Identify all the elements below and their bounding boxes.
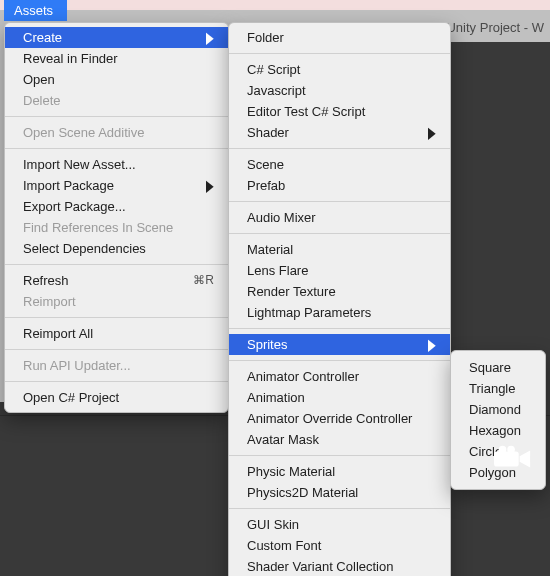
menu-separator	[5, 381, 228, 382]
create-menu-item[interactable]: Avatar Mask	[229, 429, 450, 450]
assets-menu-item: Delete	[5, 90, 228, 111]
menu-item-label: C# Script	[247, 61, 300, 78]
menu-separator	[5, 148, 228, 149]
assets-menu-item: Open Scene Additive	[5, 122, 228, 143]
menu-item-label: Reveal in Finder	[23, 50, 118, 67]
create-menu-item[interactable]: GUI Skin	[229, 514, 450, 535]
create-menu-item[interactable]: Scene	[229, 154, 450, 175]
create-menu-item[interactable]: Javascript	[229, 80, 450, 101]
sprites-menu-item[interactable]: Hexagon	[451, 420, 545, 441]
assets-menu-item[interactable]: Open	[5, 69, 228, 90]
menu-item-label: Open	[23, 71, 55, 88]
menu-item-label: Reimport	[23, 293, 76, 310]
assets-menu-item[interactable]: Import New Asset...	[5, 154, 228, 175]
create-menu-item[interactable]: Physics2D Material	[229, 482, 450, 503]
menu-item-label: Hexagon	[469, 422, 521, 439]
menu-item-label: Open Scene Additive	[23, 124, 144, 141]
menu-item-label: Square	[469, 359, 511, 376]
menu-item-label: Lens Flare	[247, 262, 308, 279]
menu-separator	[229, 360, 450, 361]
menu-item-label: Avatar Mask	[247, 431, 319, 448]
create-menu-item[interactable]: Physic Material	[229, 461, 450, 482]
menu-item-label: Find References In Scene	[23, 219, 173, 236]
window-title: Unity Project - W	[446, 20, 544, 35]
create-menu-item[interactable]: Lens Flare	[229, 260, 450, 281]
camera-icon	[494, 445, 532, 476]
assets-menu-item[interactable]: Create▶	[5, 27, 228, 48]
assets-menu-item: Reimport	[5, 291, 228, 312]
menu-item-label: Diamond	[469, 401, 521, 418]
assets-menu: Create▶Reveal in FinderOpenDeleteOpen Sc…	[4, 22, 229, 413]
menubar-background	[0, 0, 550, 10]
menubar-assets[interactable]: Assets	[4, 0, 67, 21]
create-menu-item[interactable]: Material	[229, 239, 450, 260]
menu-item-label: Import Package	[23, 177, 114, 194]
menu-item-label: Import New Asset...	[23, 156, 136, 173]
create-menu-item[interactable]: Shader Variant Collection	[229, 556, 450, 576]
menu-item-label: Refresh	[23, 272, 69, 289]
assets-menu-item[interactable]: Reveal in Finder	[5, 48, 228, 69]
assets-menu-item: Find References In Scene	[5, 217, 228, 238]
create-menu-item[interactable]: Editor Test C# Script	[229, 101, 450, 122]
assets-menu-item[interactable]: Select Dependencies	[5, 238, 228, 259]
assets-menu-item[interactable]: Import Package▶	[5, 175, 228, 196]
menu-item-label: Run API Updater...	[23, 357, 131, 374]
assets-menu-item[interactable]: Refresh⌘R	[5, 270, 228, 291]
create-menu-item[interactable]: Folder	[229, 27, 450, 48]
menu-separator	[229, 233, 450, 234]
menu-separator	[229, 148, 450, 149]
menu-item-label: Lightmap Parameters	[247, 304, 371, 321]
menu-separator	[5, 264, 228, 265]
submenu-arrow-icon: ▶	[428, 119, 436, 146]
create-menu-item[interactable]: Animation	[229, 387, 450, 408]
menu-item-label: Delete	[23, 92, 61, 109]
menu-item-label: Animator Controller	[247, 368, 359, 385]
menu-item-shortcut: ⌘R	[193, 272, 214, 289]
menu-item-label: Audio Mixer	[247, 209, 316, 226]
create-menu-item[interactable]: Audio Mixer	[229, 207, 450, 228]
svg-point-0	[499, 446, 507, 454]
sprites-menu-item[interactable]: Diamond	[451, 399, 545, 420]
menu-item-label: Render Texture	[247, 283, 336, 300]
create-menu-item[interactable]: Animator Controller	[229, 366, 450, 387]
menu-separator	[229, 201, 450, 202]
menu-item-label: Reimport All	[23, 325, 93, 342]
submenu-arrow-icon: ▶	[206, 172, 214, 199]
assets-menu-item: Run API Updater...	[5, 355, 228, 376]
menu-item-label: Scene	[247, 156, 284, 173]
create-menu-item[interactable]: C# Script	[229, 59, 450, 80]
menu-item-label: Animator Override Controller	[247, 410, 412, 427]
menu-item-label: Physic Material	[247, 463, 335, 480]
menu-item-label: Animation	[247, 389, 305, 406]
menu-item-label: Prefab	[247, 177, 285, 194]
menu-item-label: Export Package...	[23, 198, 126, 215]
submenu-arrow-icon: ▶	[206, 24, 214, 51]
menu-item-label: Open C# Project	[23, 389, 119, 406]
create-menu-item[interactable]: Render Texture	[229, 281, 450, 302]
menu-item-label: Custom Font	[247, 537, 321, 554]
sprites-menu-item[interactable]: Triangle	[451, 378, 545, 399]
create-menu-item[interactable]: Animator Override Controller	[229, 408, 450, 429]
menu-item-label: Shader Variant Collection	[247, 558, 393, 575]
create-menu-item[interactable]: Shader▶	[229, 122, 450, 143]
submenu-arrow-icon: ▶	[428, 331, 436, 358]
menu-item-label: GUI Skin	[247, 516, 299, 533]
menu-separator	[5, 116, 228, 117]
create-menu: FolderC# ScriptJavascriptEditor Test C# …	[228, 22, 451, 576]
assets-menu-item[interactable]: Export Package...	[5, 196, 228, 217]
menu-item-label: Folder	[247, 29, 284, 46]
menu-separator	[5, 349, 228, 350]
assets-menu-item[interactable]: Reimport All	[5, 323, 228, 344]
menu-item-label: Triangle	[469, 380, 515, 397]
menu-separator	[5, 317, 228, 318]
create-menu-item[interactable]: Sprites▶	[229, 334, 450, 355]
menu-separator	[229, 328, 450, 329]
create-menu-item[interactable]: Lightmap Parameters	[229, 302, 450, 323]
sprites-menu-item[interactable]: Square	[451, 357, 545, 378]
assets-menu-item[interactable]: Open C# Project	[5, 387, 228, 408]
menu-separator	[229, 455, 450, 456]
create-menu-item[interactable]: Prefab	[229, 175, 450, 196]
create-menu-item[interactable]: Custom Font	[229, 535, 450, 556]
menu-item-label: Javascript	[247, 82, 306, 99]
menu-item-label: Select Dependencies	[23, 240, 146, 257]
